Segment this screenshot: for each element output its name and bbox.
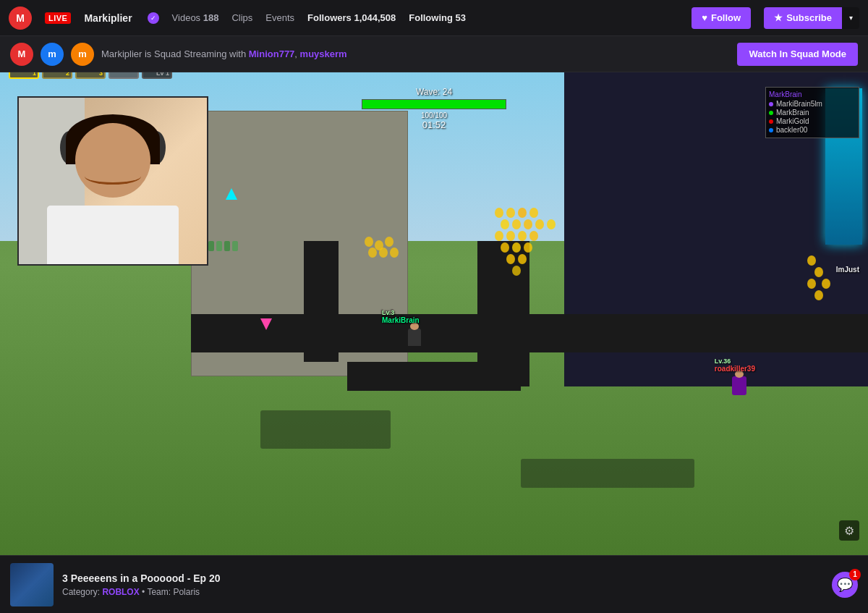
hud-item-2: 🪙 2 — [42, 72, 72, 79]
wave-label: Wave: 24 — [362, 87, 506, 97]
hud-slot-2: 🪙 2 — [42, 72, 72, 79]
follow-button[interactable]: ♥ Follow — [692, 7, 751, 29]
ally-group-left — [208, 241, 252, 255]
game-viewport: Wave: 24 100/100 01:52 MarkBrain MarkiBr… — [0, 72, 868, 555]
following-stat: Following 53 — [409, 12, 466, 23]
star-icon: ★ — [774, 12, 783, 23]
stream-info-bar: 3 Peeeeens in a Poooood - Ep 20 Category… — [0, 555, 868, 613]
video-player[interactable]: Wave: 24 100/100 01:52 MarkBrain MarkiBr… — [0, 72, 868, 555]
watch-squad-mode-button[interactable]: Watch In Squad Mode — [737, 43, 858, 66]
streamer-avatar-2: m — [41, 43, 64, 66]
health-text: 100/100 — [362, 111, 506, 119]
chat-notification-badge: 1 — [849, 569, 861, 580]
squad-bar: M m m Markiplier is Squad Streaming with… — [0, 36, 868, 72]
player-character — [408, 329, 421, 346]
minimap: MarkBrain MarkiBrain5lm MarkBrain MarkiG… — [765, 87, 859, 138]
health-fill — [362, 100, 506, 109]
hud-item-3: 🪙 3 — [75, 72, 106, 79]
live-badge: LIVE — [45, 12, 71, 24]
enemy-character-roadkiller — [732, 376, 746, 395]
minimap-player-3: MarkiGold — [769, 117, 856, 125]
hud-wave-display: Wave: 24 100/100 01:52 — [362, 87, 506, 130]
top-navigation: M LIVE Markiplier ✓ Videos 188 Clips Eve… — [0, 0, 868, 36]
verified-icon: ✓ — [148, 12, 159, 24]
minimap-dot-3 — [769, 119, 773, 124]
road-detail-1 — [347, 362, 521, 391]
enemy-group-right — [807, 255, 851, 313]
streamer-avatar-1: M — [10, 43, 33, 66]
followers-stat: Followers 1,044,508 — [307, 12, 396, 23]
minimap-player-4: backler00 — [769, 126, 856, 134]
gear-icon: ⚙ — [844, 524, 854, 538]
squad-description: Markiplier is Squad Streaming with Minio… — [101, 48, 347, 59]
minimap-title: MarkBrain — [769, 90, 856, 98]
enemy-group-main — [495, 208, 610, 302]
minimap-dot-4 — [769, 128, 773, 132]
hud-item-locked: 🔒 Lv 1 — [142, 72, 172, 79]
ground-patch-2 — [521, 459, 694, 488]
road-detail-2 — [304, 241, 339, 362]
minimap-dot-2 — [769, 111, 773, 115]
minimap-player-1: MarkiBrain5lm — [769, 100, 856, 108]
category-link[interactable]: ROBLOX — [102, 587, 139, 597]
enemy-group-1 — [365, 237, 422, 280]
main-content-area: Wave: 24 100/100 01:52 MarkBrain MarkiBr… — [0, 72, 868, 555]
events-link[interactable]: Events — [265, 12, 294, 23]
subscribe-button[interactable]: ★ Subscribe — [764, 7, 842, 29]
hud-item-4: □ — [109, 72, 139, 79]
chat-button[interactable]: 💬 1 — [832, 572, 858, 598]
thumbnail-image — [10, 563, 54, 606]
team-name: Polaris — [173, 587, 200, 597]
minimap-player-2: MarkBrain — [769, 109, 856, 117]
direction-arrow-up — [226, 188, 237, 200]
direction-arrow-down — [260, 318, 272, 330]
ground-patch-1 — [260, 410, 391, 449]
minimap-dot-1 — [769, 102, 773, 106]
stream-meta: Category: ROBLOX • Team: Polaris — [62, 587, 823, 597]
clips-link[interactable]: Clips — [231, 12, 252, 23]
streamer-avatar-3: m — [71, 43, 94, 66]
settings-button[interactable]: ⚙ — [839, 520, 859, 541]
health-bar — [362, 99, 506, 109]
hud-slot-3: 🪙 3 — [75, 72, 106, 79]
player-label-imjust: ImJust — [836, 266, 859, 274]
stream-title: 3 Peeeeens in a Poooood - Ep 20 — [62, 572, 823, 584]
subscribe-dropdown-button[interactable]: ▾ — [842, 7, 859, 29]
channel-name[interactable]: Markiplier — [84, 12, 132, 24]
webcam-overlay — [17, 96, 208, 265]
player-label-markibrain: Lv.3 MarkiBrain — [382, 309, 420, 324]
videos-link[interactable]: Videos 188 — [172, 12, 219, 23]
channel-avatar[interactable]: M — [9, 7, 32, 30]
wave-timer: 01:52 — [362, 119, 506, 130]
road-path-horizontal — [191, 314, 868, 352]
hud-slot-1: 🪙 1 — [9, 72, 39, 79]
player-label-roadkiller: Lv.36 roadkiller39 — [715, 358, 755, 373]
stream-thumbnail — [10, 563, 54, 606]
hud-inventory: 🪙 1 🪙 2 🪙 3 — [9, 72, 868, 79]
hud-slot-5: 🔒 Lv 1 — [142, 72, 172, 79]
hud-slot-4: □ — [109, 72, 139, 79]
heart-icon: ♥ — [702, 12, 707, 23]
hud-item-1: 🪙 1 — [9, 72, 39, 79]
stream-details: 3 Peeeeens in a Poooood - Ep 20 Category… — [62, 572, 823, 597]
